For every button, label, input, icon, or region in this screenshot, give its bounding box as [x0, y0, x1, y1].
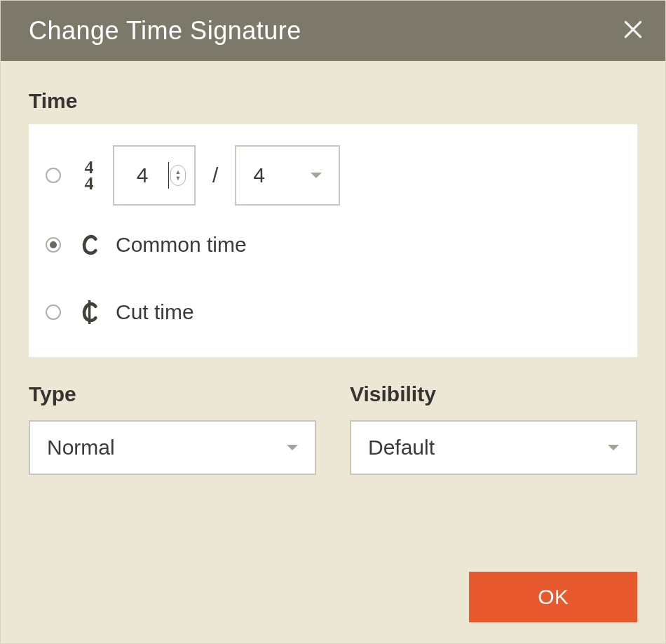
type-section-label: Type — [29, 382, 316, 406]
dialog-title: Change Time Signature — [29, 16, 301, 46]
common-time-label: Common time — [116, 233, 247, 257]
type-dropdown[interactable]: Normal — [29, 420, 316, 475]
visibility-section-label: Visibility — [350, 382, 637, 406]
time-option-cut[interactable]: Cut time — [46, 284, 620, 340]
numerator-stepper[interactable]: 4 ▲▼ — [113, 145, 196, 206]
time-option-common[interactable]: Common time — [46, 217, 620, 273]
chevron-down-icon — [608, 445, 619, 450]
type-value: Normal — [47, 436, 115, 459]
dialog-titlebar: Change Time Signature — [1, 1, 665, 61]
change-time-signature-dialog: Change Time Signature Time 4 4 4 — [0, 0, 666, 644]
visibility-dropdown[interactable]: Default — [350, 420, 637, 475]
visibility-column: Visibility Default — [350, 382, 637, 475]
select-row: Type Normal Visibility Default — [29, 382, 637, 475]
text-cursor — [168, 162, 170, 189]
numerator-value: 4 — [114, 163, 170, 187]
type-column: Type Normal — [29, 382, 316, 475]
cut-time-icon — [78, 300, 100, 324]
time-section-label: Time — [29, 89, 637, 113]
close-icon[interactable] — [622, 17, 644, 45]
spinner-arrows-icon[interactable]: ▲▼ — [170, 165, 186, 186]
time-panel: 4 4 4 ▲▼ / 4 — [29, 124, 637, 357]
ok-button[interactable]: OK — [469, 572, 637, 622]
denominator-value: 4 — [253, 163, 265, 187]
time-option-custom[interactable]: 4 4 4 ▲▼ / 4 — [46, 145, 620, 206]
dialog-footer: OK — [469, 572, 637, 622]
radio-common-time[interactable] — [46, 237, 61, 253]
cut-time-label: Cut time — [116, 300, 194, 324]
time-signature-separator: / — [212, 163, 218, 187]
chevron-down-icon — [287, 445, 298, 450]
visibility-value: Default — [368, 436, 435, 459]
dialog-content: Time 4 4 4 ▲▼ / 4 — [1, 61, 665, 496]
radio-cut-time[interactable] — [46, 304, 61, 320]
time-signature-44-icon: 4 4 — [78, 159, 100, 192]
common-time-icon — [78, 233, 100, 257]
radio-custom-time[interactable] — [46, 168, 61, 183]
denominator-dropdown[interactable]: 4 — [235, 145, 340, 206]
chevron-down-icon — [311, 173, 322, 178]
